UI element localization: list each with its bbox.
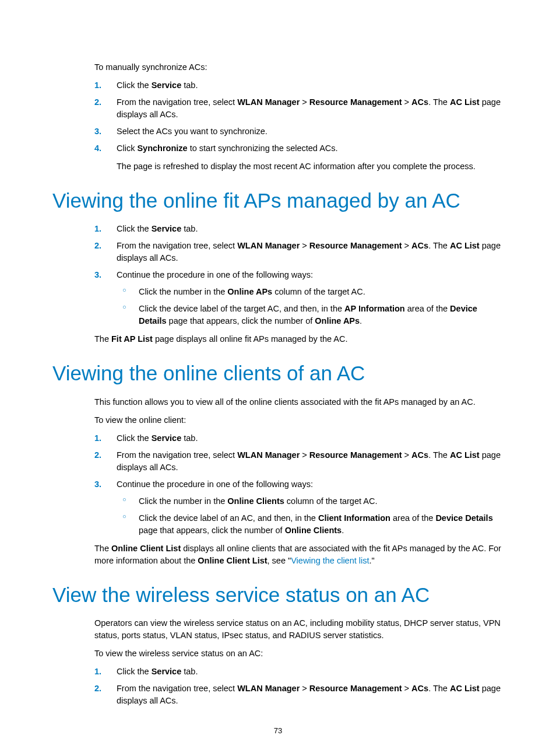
text: column of the target AC. (272, 287, 365, 296)
bold-text: Device Details (435, 513, 492, 523)
bold-text: Resource Management (309, 684, 402, 693)
text: Click the number in the (139, 496, 227, 506)
bold-text: AC List (450, 241, 480, 250)
section-body: 1. Click the Service tab. 2. From the na… (94, 223, 504, 345)
list-item: Click the number in the Online Clients c… (122, 495, 504, 508)
text: > (402, 450, 412, 460)
list-item: 1. Click the Service tab. (94, 432, 504, 444)
bold-text: Service (152, 667, 182, 676)
section-body: Operators can view the wireless service … (94, 617, 504, 707)
bold-text: Online Clients (285, 526, 342, 535)
ordered-list: 1. Click the Service tab. 2. From the na… (94, 79, 504, 173)
text: ." (370, 556, 375, 565)
text: . The (428, 97, 450, 107)
text: > (300, 450, 309, 460)
bold-text: ACs (411, 450, 428, 460)
bold-text: AC List (450, 97, 480, 107)
bold-text: Fit AP List (111, 334, 153, 344)
heading-viewing-online-fit-aps: Viewing the online fit APs managed by an… (52, 189, 504, 212)
paragraph: To manually synchronize ACs: (94, 61, 504, 74)
document-page: To manually synchronize ACs: 1. Click th… (0, 0, 556, 756)
step-number: 2. (94, 240, 101, 252)
sub-list: Click the number in the Online APs colum… (122, 286, 504, 327)
text: area of the (390, 513, 435, 523)
text: Continue the procedure in one of the fol… (117, 270, 313, 279)
bold-text: Online Client List (111, 544, 181, 553)
text: > (300, 97, 309, 107)
list-item: 3. Select the ACs you want to synchroniz… (94, 125, 504, 138)
step-number: 1. (94, 432, 101, 444)
text: Click the (117, 433, 152, 443)
bold-text: Synchronize (137, 144, 187, 153)
step-number: 3. (94, 125, 101, 138)
text: tab. (181, 80, 198, 90)
step-number: 2. (94, 449, 101, 461)
text: . The (428, 684, 450, 693)
text: > (402, 684, 412, 693)
text: tab. (181, 224, 198, 233)
bold-text: AC List (450, 450, 480, 460)
text: From the navigation tree, select (117, 684, 237, 693)
sub-list: Click the number in the Online Clients c… (122, 495, 504, 537)
text: > (300, 241, 309, 250)
text: > (402, 241, 412, 250)
text: page that appears, click the number of (139, 526, 285, 535)
step-number: 2. (94, 682, 101, 695)
bold-text: ACs (411, 97, 428, 107)
ordered-list: 1. Click the Service tab. 2. From the na… (94, 432, 504, 537)
text: From the navigation tree, select (117, 450, 237, 460)
text: Click the device label of an AC, and the… (139, 513, 318, 523)
text: Select the ACs you want to synchronize. (117, 127, 268, 136)
text: > (300, 684, 309, 693)
text: Click the (117, 667, 152, 676)
bold-text: Resource Management (309, 97, 402, 107)
step-number: 1. (94, 223, 101, 235)
bold-text: Online Clients (227, 496, 284, 506)
text: The (94, 544, 111, 553)
bold-text: Resource Management (309, 241, 402, 250)
bold-text: WLAN Manager (237, 450, 300, 460)
text: Continue the procedure in one of the fol… (117, 480, 313, 489)
list-item: Click the device label of an AC, and the… (122, 512, 504, 537)
link-viewing-client-list[interactable]: Viewing the client list (291, 556, 369, 565)
list-item: 1. Click the Service tab. (94, 223, 504, 235)
list-item: 1. Click the Service tab. (94, 666, 504, 678)
paragraph: The page is refreshed to display the mos… (117, 160, 504, 173)
heading-viewing-online-clients: Viewing the online clients of an AC (52, 362, 504, 385)
bold-text: AP Information (344, 304, 405, 313)
text: > (402, 97, 412, 107)
text: page displays all online fit APs managed… (153, 334, 348, 344)
bold-text: AC List (450, 684, 480, 693)
step-number: 3. (94, 478, 101, 491)
bold-text: Online APs (315, 316, 360, 326)
text: From the navigation tree, select (117, 241, 237, 250)
page-number: 73 (0, 726, 556, 735)
list-item: 1. Click the Service tab. (94, 79, 504, 92)
text: . (360, 316, 362, 326)
ordered-list: 1. Click the Service tab. 2. From the na… (94, 223, 504, 327)
text: Click the (117, 80, 152, 90)
list-item: 4. Click Synchronize to start synchroniz… (94, 142, 504, 173)
step-number: 1. (94, 666, 101, 678)
text: Click the number in the (139, 287, 227, 296)
list-item: 3. Continue the procedure in one of the … (94, 478, 504, 537)
text: From the navigation tree, select (117, 97, 237, 107)
bold-text: ACs (411, 241, 428, 250)
bold-text: Client Information (318, 513, 390, 523)
text: The (94, 334, 111, 344)
bold-text: Service (152, 433, 182, 443)
bold-text: ACs (411, 684, 428, 693)
text: . The (428, 241, 450, 250)
step-number: 2. (94, 96, 101, 108)
text: column of the target AC. (284, 496, 378, 506)
list-item: 2. From the navigation tree, select WLAN… (94, 240, 504, 264)
text: Click the (117, 224, 152, 233)
bold-text: Service (152, 224, 182, 233)
text: Click the device label of the target AC,… (139, 304, 344, 313)
paragraph: Operators can view the wireless service … (94, 617, 504, 642)
text: area of the (405, 304, 450, 313)
text: to start synchronizing the selected ACs. (188, 144, 338, 153)
list-item: 3. Continue the procedure in one of the … (94, 269, 504, 327)
paragraph: The Online Client List displays all onli… (94, 542, 504, 567)
list-item: 2. From the navigation tree, select WLAN… (94, 96, 504, 121)
